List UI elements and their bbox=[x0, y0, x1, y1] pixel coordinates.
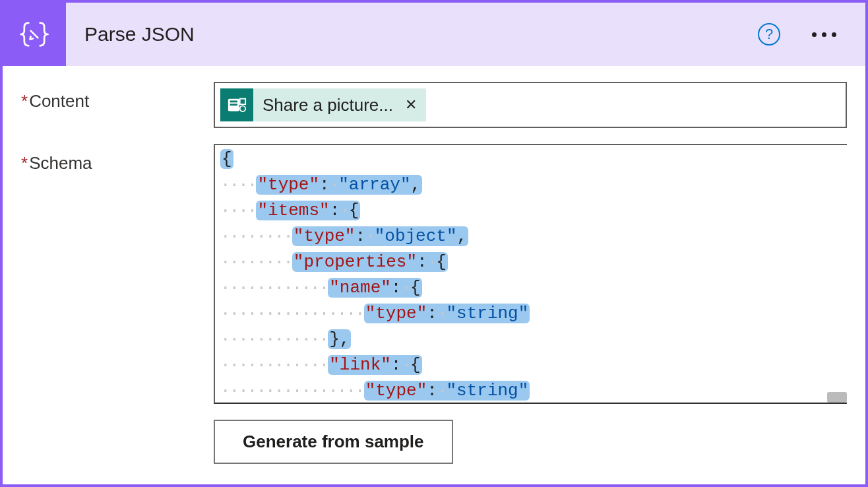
content-input[interactable]: Share a picture... ✕ bbox=[214, 82, 847, 128]
content-label: *Content bbox=[21, 82, 206, 112]
card-title: Parse JSON bbox=[66, 23, 758, 46]
card-body: *Content Shar bbox=[3, 66, 865, 484]
card-header: Parse JSON ? bbox=[3, 3, 865, 66]
svg-point-4 bbox=[240, 106, 245, 111]
generate-from-sample-button[interactable]: Generate from sample bbox=[214, 420, 453, 464]
schema-label: *Schema bbox=[21, 144, 206, 174]
parse-json-card: Parse JSON ? *Content bbox=[3, 3, 865, 484]
svg-rect-1 bbox=[230, 100, 237, 102]
schema-editor[interactable]: {····"type":·"array",····"items":·{·····… bbox=[214, 144, 847, 404]
header-actions: ? bbox=[758, 23, 865, 46]
parse-json-icon bbox=[3, 3, 66, 66]
token-remove-icon[interactable]: ✕ bbox=[405, 98, 417, 112]
forms-icon bbox=[220, 88, 253, 121]
svg-rect-2 bbox=[230, 104, 237, 106]
help-icon[interactable]: ? bbox=[758, 23, 780, 46]
content-row: *Content Shar bbox=[21, 82, 847, 128]
more-icon[interactable] bbox=[807, 27, 842, 42]
token-text: Share a picture... bbox=[263, 95, 393, 115]
content-token[interactable]: Share a picture... ✕ bbox=[220, 88, 426, 121]
svg-rect-3 bbox=[240, 99, 245, 104]
schema-row: *Schema {····"type":·"array",····"items"… bbox=[21, 144, 847, 464]
scrollbar-thumb[interactable] bbox=[827, 392, 847, 403]
